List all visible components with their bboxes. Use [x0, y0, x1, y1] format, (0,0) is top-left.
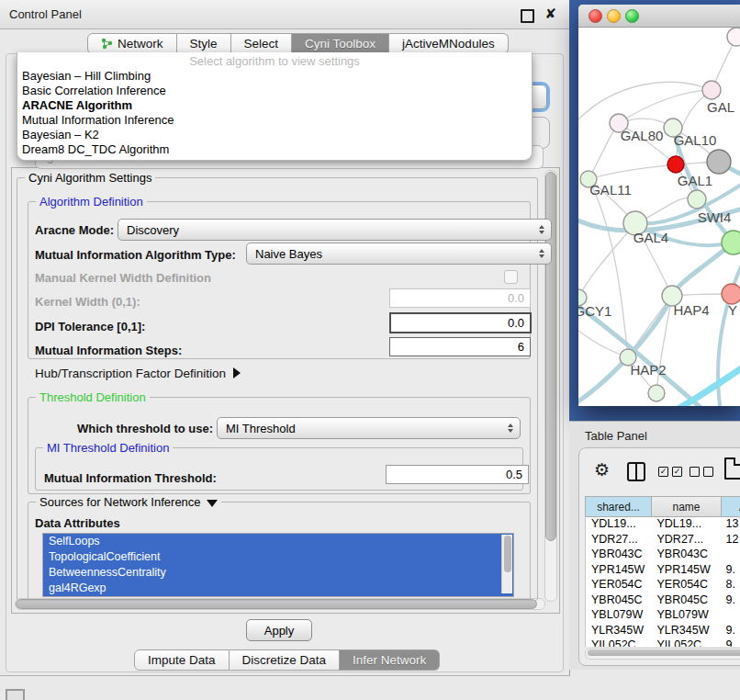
dpi-tolerance-field[interactable]: 0.0	[389, 312, 532, 333]
table-row[interactable]: YDR27...YDR27...12	[586, 533, 740, 548]
sources-group-title[interactable]: Sources for Network Inference	[36, 495, 221, 509]
zoom-traffic-light[interactable]	[625, 9, 639, 23]
minimize-traffic-light[interactable]	[607, 9, 621, 23]
aracne-mode-combo[interactable]: Discovery	[118, 219, 552, 241]
table-row[interactable]: YER054CYER054C8.	[586, 578, 740, 593]
data-attributes-list[interactable]: SelfLoopsTopologicalCoefficientBetweenne…	[42, 533, 514, 597]
network-window-titlebar[interactable]	[578, 5, 740, 28]
mi-steps-label: Mutual Information Steps:	[35, 344, 182, 357]
tab-label: Cyni Toolbox	[305, 37, 376, 51]
table-row[interactable]: YBR045CYBR045C9.	[586, 593, 740, 609]
attribute-item-selfloops[interactable]: SelfLoops	[43, 534, 513, 549]
table-cell: YDR27...	[586, 533, 651, 548]
control-panel-titlebar[interactable]: Control Panel ✘	[0, 0, 569, 29]
algorithm-option-basic-correlation-inference[interactable]: Basic Correlation Inference	[17, 84, 532, 98]
network-node-labels: GALGAL80GAL10GAL1GAL11SWI4GAL4GCY1HAP4YH…	[578, 99, 737, 378]
node-label-gcy1: GCY1	[578, 303, 611, 319]
mi-type-value: Naive Bayes	[255, 247, 322, 261]
table-cell: YLR345W	[586, 624, 651, 639]
attribute-item-betweennesscentrality[interactable]: BetweennessCentrality	[43, 565, 513, 581]
table-row[interactable]: YBR043CYBR043C	[586, 548, 740, 563]
float-window-icon[interactable]	[521, 9, 534, 23]
which-threshold-value: MI Threshold	[226, 422, 296, 435]
algorithm-option-mutual-information-inference[interactable]: Mutual Information Inference	[17, 113, 532, 128]
table-cell: 8.	[721, 578, 740, 593]
table-cell: YPR145W	[651, 563, 720, 579]
deselect-all-icon[interactable]	[690, 467, 713, 477]
tab-style[interactable]: Style	[177, 33, 231, 54]
network-node[interactable]	[727, 28, 740, 46]
algorithm-option-bayesian-hill-climbing[interactable]: Bayesian – Hill Climbing	[17, 69, 532, 84]
kernel-width-field[interactable]: 0.0	[389, 288, 531, 308]
which-threshold-combo[interactable]: MI Threshold	[217, 417, 521, 439]
tab-impute-data[interactable]: Impute Data	[134, 649, 230, 671]
collapsed-panel-icon[interactable]	[6, 689, 25, 700]
network-node[interactable]	[667, 156, 684, 173]
tab-network[interactable]: Network	[87, 33, 177, 54]
column-header-shared[interactable]: shared...	[585, 496, 652, 517]
node-table: shared...nameA YDL19...YDL19...13YDR27..…	[585, 496, 740, 647]
hub-section-header[interactable]: Hub/Transcription Factor Definition	[35, 367, 241, 380]
network-node[interactable]	[702, 81, 721, 99]
column-header-a[interactable]: A	[722, 496, 740, 517]
expand-right-icon	[233, 367, 241, 378]
network-node[interactable]	[648, 385, 665, 401]
list-scrollbar-thumb[interactable]	[504, 536, 511, 572]
bottom-tab-bar: Impute DataDiscretize DataInfer Network	[134, 649, 440, 671]
network-edge-highlight	[679, 366, 740, 406]
table-horizontal-scrollbar-thumb[interactable]	[588, 649, 740, 656]
algorithm-option-aracne-algorithm[interactable]: ARACNE Algorithm	[17, 98, 532, 113]
table-cell: YBR043C	[586, 548, 651, 563]
split-columns-icon[interactable]	[627, 462, 645, 481]
close-traffic-light[interactable]	[589, 9, 602, 23]
table-row[interactable]: YBL079WYBL079W	[586, 608, 740, 624]
apply-button[interactable]: Apply	[246, 619, 312, 641]
network-canvas[interactable]: GALGAL80GAL10GAL1GAL11SWI4GAL4GCY1HAP4YH…	[578, 28, 740, 406]
tab-label: Select	[244, 37, 279, 51]
node-label-gal1: GAL1	[678, 173, 712, 188]
algorithm-option-bayesian-k2[interactable]: Bayesian – K2	[17, 128, 532, 142]
network-node[interactable]	[722, 284, 740, 304]
tab-discretize-data[interactable]: Discretize Data	[230, 649, 341, 671]
mi-threshold-group-title: MI Threshold Definition	[43, 441, 173, 455]
tab-select[interactable]: Select	[231, 33, 293, 54]
control-panel-title: Control Panel	[9, 7, 82, 21]
close-icon[interactable]: ✘	[544, 6, 556, 22]
node-label-swi4: SWI4	[698, 209, 732, 225]
table-cell: YLR345W	[651, 624, 720, 639]
table-row[interactable]: YLR345WYLR345W9.	[586, 624, 740, 639]
mi-type-combo[interactable]: Naive Bayes	[246, 243, 552, 265]
network-node[interactable]	[707, 150, 731, 174]
table-cell: YBR043C	[651, 548, 720, 563]
manual-kernel-checkbox[interactable]	[504, 270, 518, 284]
tab-infer-network[interactable]: Infer Network	[340, 649, 440, 671]
algorithm-option-dream8-dc-tdc-algorithm[interactable]: Dream8 DC_TDC Algorithm	[17, 142, 532, 157]
network-node[interactable]	[722, 231, 740, 254]
algorithm-definition-title: Algorithm Definition	[36, 195, 147, 209]
table-cell	[721, 548, 740, 563]
select-all-icon[interactable]: ✓✓	[658, 467, 682, 477]
table-header-row: shared...nameA	[585, 496, 740, 517]
mi-steps-field[interactable]: 6	[389, 337, 531, 356]
table-cell: 9	[721, 638, 740, 647]
manual-kernel-label: Manual Kernel Width Definition	[35, 271, 211, 285]
table-row[interactable]: YDL19...YDL19...13	[586, 517, 740, 533]
table-cell: YBL079W	[651, 608, 720, 624]
mi-type-label: Mutual Information Algorithm Type:	[35, 248, 236, 262]
gear-icon[interactable]: ⚙	[594, 459, 610, 480]
new-document-icon[interactable]	[724, 457, 740, 480]
tab-cyni-toolbox[interactable]: Cyni Toolbox	[292, 33, 389, 54]
mi-threshold-field[interactable]: 0.5	[386, 465, 529, 484]
tab-jactivemnodules[interactable]: jActiveMNodules	[389, 33, 509, 54]
column-header-name[interactable]: name	[652, 496, 722, 517]
table-cell: 12	[721, 533, 740, 548]
table-row[interactable]: YIL052CYIL052C9	[586, 638, 740, 647]
table-cell: 9.	[721, 563, 740, 579]
table-panel-inner: ⚙ ✓✓ shared...nameA YDL19...YDL19...13YD…	[578, 447, 740, 666]
table-row[interactable]: YPR145WYPR145W9.	[586, 563, 740, 579]
attribute-item-topologicalcoefficient[interactable]: TopologicalCoefficient	[43, 549, 513, 565]
attribute-item-gal4rgexp[interactable]: gal4RGexp	[43, 581, 513, 596]
table-horizontal-scrollbar[interactable]	[585, 648, 740, 660]
network-node[interactable]	[688, 190, 706, 209]
node-label-y: Y	[728, 302, 737, 318]
